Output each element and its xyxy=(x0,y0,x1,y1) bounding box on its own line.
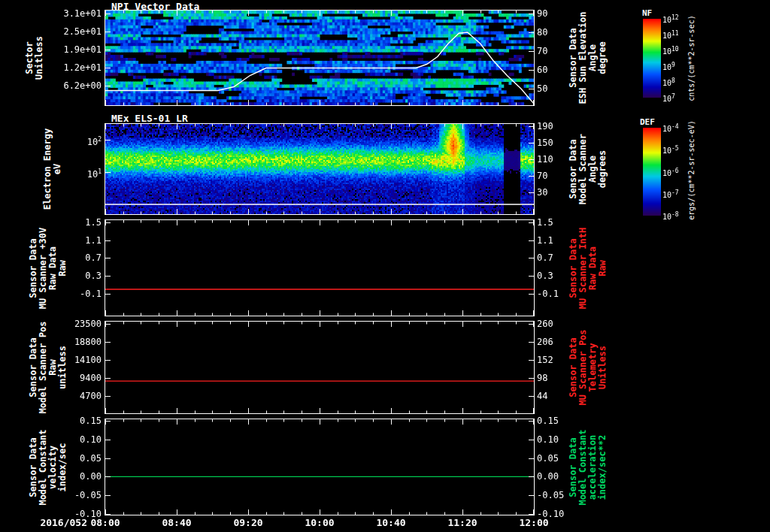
y-axis-tick-label: 4700 xyxy=(0,391,102,401)
colorbar-tick-label: 10-7 xyxy=(662,189,679,199)
colorbar-tick-label: 10-6 xyxy=(662,168,679,177)
y-axis-tick-label: 0.3 xyxy=(0,271,102,281)
colorbar-tick-label: 10-8 xyxy=(662,211,679,221)
y-axis-tick-label: 0.05 xyxy=(0,453,102,464)
colorbar-tick-label: 10-5 xyxy=(662,145,679,155)
y-axis-tick-label: 18800 xyxy=(0,337,102,347)
y-axis-tick-label: 0.05 xyxy=(537,453,571,464)
y-axis-tick-label: 44 xyxy=(537,391,571,401)
y-axis-tick-label: 150 xyxy=(537,138,571,148)
x-axis-tick-label: 12:00 xyxy=(510,517,558,528)
y-axis-tick-label: -0.1 xyxy=(537,289,571,299)
y-axis-tick-label: 102 xyxy=(0,135,102,145)
y-axis-tick-label: 60 xyxy=(537,65,571,75)
y-axis-tick-label: 1.1 xyxy=(0,235,102,246)
y-axis-tick-label: 0.15 xyxy=(0,416,102,426)
x-axis-tick-label: 08:40 xyxy=(153,517,201,528)
y-axis-tick-label: 260 xyxy=(537,319,571,329)
x-axis-tick-label: 08:00 xyxy=(81,517,129,528)
tick-labels-layer: 3.1e+012.5e+011.9e+011.2e+016.2e+0090807… xyxy=(0,0,770,532)
y-axis-tick-label: 101 xyxy=(0,167,102,177)
y-axis-tick-label: 0.3 xyxy=(537,271,571,281)
y-axis-tick-label: 98 xyxy=(537,373,571,383)
colorbar-tick-label: 107 xyxy=(662,93,675,103)
y-axis-tick-label: 206 xyxy=(537,337,571,347)
x-axis-tick-label: 11:20 xyxy=(438,517,487,528)
y-axis-tick-label: 152 xyxy=(537,355,571,365)
y-axis-tick-label: 0.00 xyxy=(0,471,102,482)
colorbar-tick-label: 109 xyxy=(662,62,675,71)
y-axis-tick-label: 0.7 xyxy=(0,252,102,263)
y-axis-tick-label: 110 xyxy=(537,154,571,165)
colorbar-tick-label: 1010 xyxy=(662,46,679,56)
y-axis-tick-label: 14100 xyxy=(0,355,102,365)
y-axis-tick-label: 9400 xyxy=(0,373,102,383)
y-axis-tick-label: 70 xyxy=(537,46,571,56)
colorbar-tick-label: 1012 xyxy=(662,14,679,24)
y-axis-tick-label: 80 xyxy=(537,27,571,38)
y-axis-tick-label: 70 xyxy=(537,171,571,181)
y-axis-tick-label: 0.10 xyxy=(0,434,102,445)
y-axis-tick-label: 1.2e+01 xyxy=(0,62,102,73)
y-axis-tick-label: 2.5e+01 xyxy=(0,26,102,37)
x-axis-tick-label: 09:20 xyxy=(224,517,272,528)
y-axis-tick-label: 90 xyxy=(537,8,571,19)
y-axis-tick-label: 1.1 xyxy=(537,235,571,246)
y-axis-tick-label: 1.5 xyxy=(537,217,571,228)
y-axis-tick-label: 1.5 xyxy=(0,217,102,228)
y-axis-tick-label: 0.7 xyxy=(537,252,571,263)
y-axis-tick-label: -0.05 xyxy=(537,490,571,500)
figure: NPI Vector Data MEx ELS-01 LR Sector Uni… xyxy=(0,0,770,532)
y-axis-tick-label: 6.2e+00 xyxy=(0,80,102,91)
y-axis-tick-label: 23500 xyxy=(0,319,102,329)
y-axis-tick-label: 1.9e+01 xyxy=(0,44,102,55)
x-axis-tick-label: 10:40 xyxy=(367,517,415,528)
colorbar-tick-label: 108 xyxy=(662,77,675,87)
y-axis-tick-label: 0.15 xyxy=(537,416,571,426)
x-axis-tick-label: 10:00 xyxy=(296,517,344,528)
y-axis-tick-label: -0.1 xyxy=(0,289,102,299)
y-axis-tick-label: 0.00 xyxy=(537,471,571,482)
y-axis-tick-label: 0.10 xyxy=(537,434,571,445)
x-axis-date-label: 2016/052 xyxy=(15,517,87,528)
colorbar-tick-label: 10-4 xyxy=(662,123,679,133)
y-axis-tick-label: -0.05 xyxy=(0,490,102,500)
y-axis-tick-label: 50 xyxy=(537,83,571,94)
colorbar-tick-label: 1011 xyxy=(662,30,679,40)
y-axis-tick-label: 30 xyxy=(537,187,571,198)
y-axis-tick-label: 3.1e+01 xyxy=(0,8,102,19)
y-axis-tick-label: 190 xyxy=(537,121,571,131)
